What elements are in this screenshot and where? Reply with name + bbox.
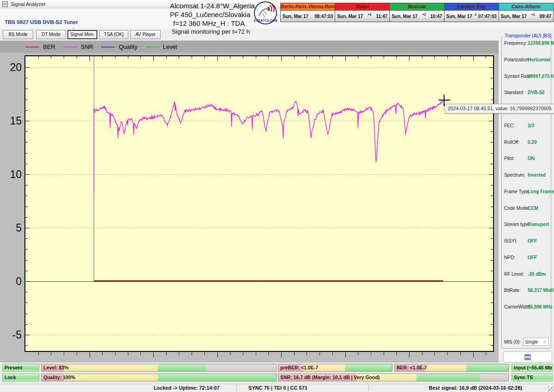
field-label: Frequency: <box>504 41 528 46</box>
transponder-field: RollOff:0.20 <box>504 140 550 145</box>
bar-preber: preBER: <1.0E-7 <box>278 364 392 372</box>
legend-label: SNR <box>81 43 93 50</box>
legend-label: BER <box>43 43 55 50</box>
field-value: 2/3 <box>528 123 534 129</box>
clock-date: Sun, Mar 17 <box>337 14 363 19</box>
seg-green <box>416 374 480 381</box>
chart-legend: BERSNRQualityLevel <box>0 41 499 53</box>
field-value: Horizontal <box>528 57 550 63</box>
tab-tsa-ok[interactable]: TSA (OK) <box>99 30 128 39</box>
tab-av-player[interactable]: AV Player <box>130 30 161 39</box>
seg-gray <box>480 374 508 381</box>
seg-yellow <box>425 364 466 371</box>
transponder-title: Transponder (AU) [BS] <box>503 33 553 38</box>
clock-utc-offset: +1 <box>527 13 539 16</box>
y-tick-label: -5 <box>0 328 22 341</box>
tuner-name: TBS 5927 USB DVB-S2 Tuner <box>5 19 78 25</box>
mode-tab-bar: BS ModeDT ModeSignal Mon.TSA (OK)AV Play… <box>0 29 554 41</box>
clock-city-label: Dubai <box>335 3 389 11</box>
field-label: CarrierWidth: <box>504 304 528 310</box>
frequency-line: f=12 360 MHz_H : TDA <box>170 19 255 28</box>
seg-green <box>466 364 508 371</box>
stream-info-button[interactable] <box>503 351 552 362</box>
field-label: Standard: <box>504 90 528 95</box>
transponder-field: ISSYI:OFF <box>504 238 550 244</box>
clock-time-row: Sun, Mar 1708:47:03 <box>281 11 335 22</box>
bar-label: Level: 83% <box>43 364 68 371</box>
resize-grip[interactable] <box>548 386 553 392</box>
clock-city-label: Cairo-Athens <box>499 3 553 11</box>
clock-time: 10:47 <box>430 14 442 19</box>
field-label: Pilot: <box>504 156 528 161</box>
signal-monitoring-plot[interactable] <box>25 56 493 351</box>
field-label: Polarization: <box>504 57 528 63</box>
clock-city-label: Moscow <box>390 3 444 11</box>
clock-time: 11:47 <box>376 14 387 19</box>
transponder-field: Frequency:12359,896 MHz <box>504 41 550 46</box>
field-value: 58,217 Mbit/s <box>528 288 554 293</box>
transponder-field: Code Mode:CCM <box>504 206 550 211</box>
mis-row: MIS (0): Single ∨ <box>504 338 549 346</box>
clock-time: 08:47:03 <box>314 14 333 19</box>
legend-label: Level <box>163 43 177 50</box>
field-value: 35,996 MHz <box>528 304 553 310</box>
satellite-name: Alcomsat 1-24.8°W_Algeria <box>170 1 255 10</box>
legend-line-swatch <box>25 47 39 48</box>
tab-signal-mon[interactable]: Signal Mon. <box>67 30 97 39</box>
field-label: Frame Type: <box>504 189 528 195</box>
tab-bs-mode[interactable]: BS Mode <box>3 30 33 39</box>
transponder-field: Pilot:ON <box>504 156 550 161</box>
transponder-field: NPD:OFF <box>504 255 550 261</box>
y-tick-label: 15 <box>0 114 22 127</box>
mis-dropdown[interactable]: Single ∨ <box>523 338 549 346</box>
y-tick-label: 10 <box>0 168 22 181</box>
legend-label: Quality <box>119 43 137 50</box>
satellite-info-block: Alcomsat 1-24.8°W_Algeria PF 450_Lučenec… <box>170 1 255 36</box>
legend-item-snr: SNR <box>63 43 93 50</box>
field-value: Transport <box>528 222 549 227</box>
seg-green <box>158 374 276 381</box>
bar-lock: Lock <box>2 374 39 381</box>
bar-level: Level: 83% <box>41 364 277 372</box>
bar-ber: BER: <1.0E-7 <box>394 364 509 372</box>
clock-utc-offset: +3 <box>363 13 376 16</box>
field-value: Long Frame <box>528 189 554 195</box>
clock-5: Cairo-AthensSun, Mar 17+109:47 <box>499 3 553 22</box>
seg-green <box>158 364 206 371</box>
legend-item-ber: BER <box>25 43 55 50</box>
transponder-field: CarrierWidth:35,996 MHz <box>504 304 550 310</box>
statusbar-lock-uptime: Locked -> Uptime: 72:14:07 <box>154 385 220 391</box>
monitoring-caption: Signal monitoring per t=72 h <box>170 28 255 36</box>
statusbar-separator <box>236 385 237 392</box>
transponder-fields: Frequency:12359,896 MHzPolarization:Hori… <box>504 41 550 310</box>
bar-label: preBER: <1.0E-7 <box>280 364 318 371</box>
field-label: ISSYI: <box>504 238 528 244</box>
clock-time-row: Sun, Mar 17-107:47:03 <box>445 11 499 22</box>
tab-dt-mode[interactable]: DT Mode <box>36 30 66 39</box>
field-value: DVB-S2 <box>528 90 545 95</box>
clock-time-row: Sun, Mar 17+311:47 <box>335 11 389 22</box>
bar-label: Present <box>5 364 23 371</box>
seg-yellow <box>64 364 158 371</box>
clock-utc-offset: -1 <box>472 13 478 16</box>
bar-snr: SNR: 16,7 dB (Margin: 10,1 dB | Very Goo… <box>278 374 509 381</box>
dxsatcs-logo: DXSATCS.COM <box>253 1 278 26</box>
seg-yellow <box>64 374 158 381</box>
bar-label: BER: <1.0E-7 <box>397 364 427 371</box>
bar-quality: Quality: 100% <box>41 374 277 381</box>
bar-present: Present <box>2 364 39 372</box>
transponder-groupbox: Transponder (AU) [BS] Frequency:12359,89… <box>501 36 551 349</box>
field-label: BitRate: <box>504 288 528 293</box>
window-title: Signal Analyzer <box>11 1 46 7</box>
clock-city-label: London, Eng <box>445 3 499 11</box>
clock-date: Sun, Mar 17 <box>283 14 308 19</box>
mis-label: MIS (0): <box>504 339 521 344</box>
field-value: 0.20 <box>528 140 536 145</box>
transponder-field: Symbol Rate:29997,073 KS/s <box>504 74 550 79</box>
bar-label: Input (~55,45 Mbps) <box>514 364 553 371</box>
clock-time: 09:47 <box>539 14 551 19</box>
clock-4: London, EngSun, Mar 17-107:47:03 <box>445 3 499 22</box>
transponder-field: Stream type:Transport <box>504 222 550 227</box>
transponder-field: FEC:2/3 <box>504 123 550 129</box>
field-label: Spectrum: <box>504 172 528 178</box>
